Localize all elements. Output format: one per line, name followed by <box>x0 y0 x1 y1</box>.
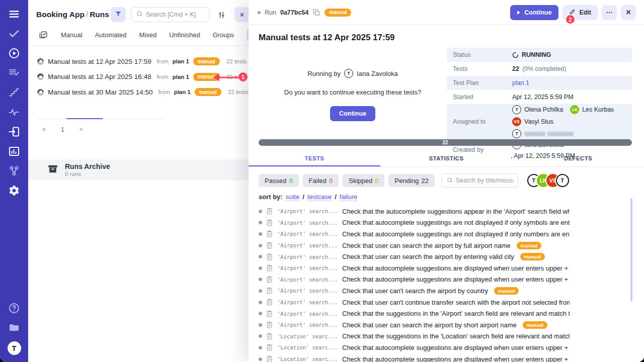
menu-icon[interactable] <box>8 8 20 20</box>
test-suite: 'Airport' search... <box>277 265 338 271</box>
clipboard-icon <box>266 264 273 272</box>
archive-title: Runs Archive <box>65 162 110 170</box>
test-row[interactable]: 'Airport' search... Check that the sugge… <box>259 308 570 319</box>
test-row[interactable]: 'Airport' search... Check that user can'… <box>259 285 570 297</box>
view-settings-sliders-icon[interactable] <box>215 8 228 21</box>
run-status-donut-icon <box>37 73 44 80</box>
test-status-dot <box>259 278 262 281</box>
run-plan-link[interactable]: plan 1 <box>174 89 191 95</box>
tab-defects[interactable]: DEFECTS <box>512 151 644 166</box>
page-next-button[interactable]: » <box>79 126 83 133</box>
copy-icon[interactable] <box>312 9 320 17</box>
test-status-dot <box>259 289 262 293</box>
clipboard-icon <box>266 276 273 283</box>
clipboard-icon <box>266 310 273 317</box>
activity-pulse-icon[interactable] <box>8 106 20 118</box>
user-avatar[interactable]: T <box>8 341 21 355</box>
filter-failed[interactable]: Failed0 <box>303 174 339 187</box>
sort-by-testcase[interactable]: testcase <box>307 193 332 201</box>
run-plan-link[interactable]: plan 1 <box>173 74 189 80</box>
progress-bar: 22 <box>259 139 632 146</box>
tab-tests[interactable]: TESTS <box>249 151 380 166</box>
breadcrumb-project[interactable]: Booking App <box>36 10 85 19</box>
run-detail-header: Run 0a77bc54 manual Continue Edit ⋯ ✕ <box>249 0 644 25</box>
detail-row-started: Started Apr 12, 2025 5:59 PM <box>447 90 632 104</box>
avatar[interactable]: T <box>556 174 569 187</box>
sort-by-suite[interactable]: suite <box>286 193 299 201</box>
continue-prompt-button[interactable]: Continue <box>330 106 375 121</box>
settings-gear-icon[interactable] <box>8 185 20 197</box>
test-row[interactable]: 'Location' searc... Check that autocompl… <box>259 353 570 362</box>
runs-play-circle-icon[interactable] <box>8 47 20 59</box>
filter-passed[interactable]: Passed0 <box>259 174 299 187</box>
running-by-label: Running by <box>307 70 341 77</box>
test-row[interactable]: 'Airport' search... Check that autocompl… <box>259 262 570 274</box>
scrollbar-thumb[interactable] <box>630 198 632 302</box>
run-plan-link[interactable]: plan 1 <box>173 58 189 64</box>
run-label: Run <box>265 9 276 16</box>
shared-steps-icon[interactable] <box>8 67 20 79</box>
close-icon: ✕ <box>626 9 631 16</box>
search-input[interactable] <box>146 11 204 18</box>
tab-groups[interactable]: Groups <box>213 31 234 39</box>
filter-pending[interactable]: Pending22 <box>388 174 434 187</box>
test-status-dot <box>259 232 262 236</box>
close-run-button[interactable]: ✕ <box>621 5 636 20</box>
archive-box-icon <box>47 163 58 176</box>
left-close-button[interactable]: ✕ <box>234 7 250 22</box>
filter-skipped[interactable]: Skipped0 <box>343 174 384 187</box>
integrations-branch-icon[interactable] <box>8 165 20 177</box>
projects-folder-icon[interactable] <box>8 322 20 334</box>
run-title: Manual tests at 12 Apr 2025 16:48 <box>48 73 151 80</box>
test-row[interactable]: 'Airport' search... Check that user can … <box>259 240 570 251</box>
assignee-avatar-stack: T LK VS T <box>527 174 569 187</box>
clipboard-icon <box>266 344 273 351</box>
reports-chart-icon[interactable] <box>8 145 20 157</box>
test-title: Check that autocomplete suggestings are … <box>342 230 570 238</box>
test-row[interactable]: 'Airport' search... Check that user can'… <box>259 297 570 308</box>
tab-mixed[interactable]: Mixed <box>139 31 157 39</box>
test-suite: 'Location' searc... <box>277 333 338 339</box>
tab-manual[interactable]: Manual <box>61 31 83 39</box>
manual-badge: manual <box>325 9 351 17</box>
more-button[interactable]: ⋯ <box>602 5 617 20</box>
page-prev-button[interactable]: « <box>42 126 46 133</box>
tests-search-input[interactable] <box>456 177 513 184</box>
test-row[interactable]: 'Location' searc... Check that autocompl… <box>259 342 570 353</box>
assignee-redacted: T <box>512 129 574 138</box>
milestones-steps-icon[interactable] <box>8 86 20 99</box>
filter-button[interactable] <box>111 7 126 22</box>
test-row[interactable]: 'Airport' search... Check that autocompl… <box>259 228 570 240</box>
clipboard-icon <box>266 242 273 249</box>
test-row[interactable]: 'Airport' search... Check that autocompl… <box>259 217 570 229</box>
test-cases-check-icon[interactable] <box>8 28 20 40</box>
import-icon[interactable] <box>8 126 20 138</box>
continue-button[interactable]: Continue <box>510 5 558 20</box>
test-suite: 'Airport' search... <box>277 208 338 214</box>
runner-avatar: T <box>344 69 353 78</box>
test-row[interactable]: 'Airport' search... Check that autocompl… <box>259 274 570 286</box>
clipboard-icon <box>266 253 273 260</box>
select-all-icon[interactable] <box>38 30 48 40</box>
status-value: RUNNING <box>522 51 551 58</box>
test-row[interactable]: 'Airport' search... Check that user can … <box>259 251 570 262</box>
page-1-button[interactable]: 1 <box>61 126 64 133</box>
tab-automated[interactable]: Automated <box>95 31 127 39</box>
sort-by-failure[interactable]: failure <box>340 193 357 201</box>
annotation-badge-1: 1 <box>238 72 248 81</box>
tab-statistics[interactable]: STATISTICS <box>380 151 512 166</box>
test-status-dot <box>259 210 262 213</box>
assignee: VSVasyl Stus <box>512 117 553 126</box>
tab-unfinished[interactable]: Unfinished <box>169 31 200 39</box>
avatar: LK <box>570 105 579 114</box>
test-status-dot <box>259 244 262 247</box>
test-row[interactable]: 'Location' searc... Check that the sugge… <box>259 331 570 342</box>
clipboard-icon <box>266 208 273 215</box>
tests-search <box>442 173 518 188</box>
test-row[interactable]: 'Airport' search... Check that user can … <box>259 319 570 331</box>
help-icon[interactable] <box>8 302 20 314</box>
test-row[interactable]: 'Airport' search... Check that the autoc… <box>259 206 570 217</box>
assignee: TOlena Pchilka <box>512 105 563 114</box>
run-status-dot <box>258 11 261 14</box>
test-plan-link[interactable]: plan 1 <box>512 79 529 86</box>
